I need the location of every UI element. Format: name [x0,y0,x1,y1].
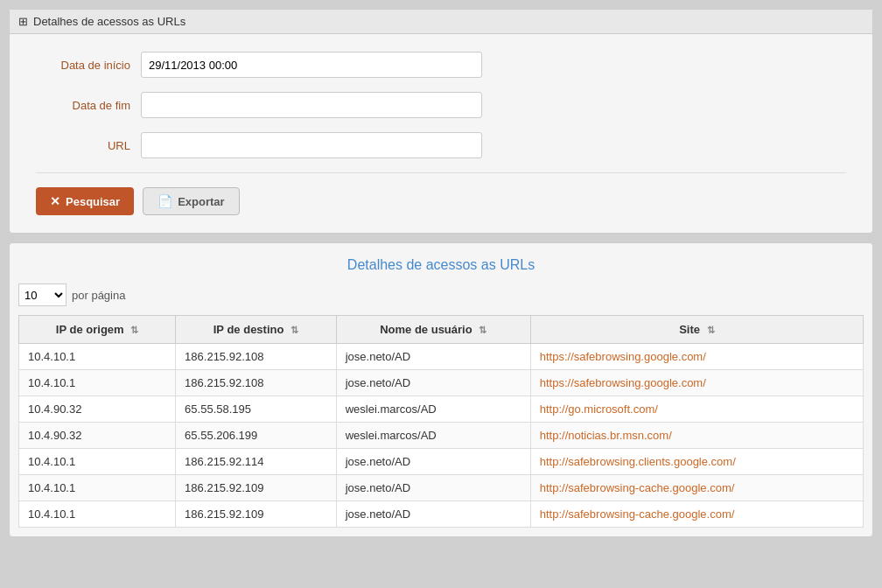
table-row: 10.4.10.1186.215.92.114jose.neto/ADhttp:… [19,449,864,475]
cell-site: http://go.microsoft.com/ [530,396,863,423]
cell-ip-origem: 10.4.10.1 [19,370,176,396]
results-panel: Detalhes de acessos as URLs 10 25 50 100… [9,242,873,537]
cell-site: https://safebrowsing.google.com/ [530,370,863,396]
url-label: URL [36,139,141,152]
cell-ip-destino: 186.215.92.114 [176,449,337,475]
url-input[interactable] [141,132,482,158]
cell-usuario: jose.neto/AD [336,370,530,396]
url-row: URL [36,132,846,158]
panel-body: Data de início Data de fim URL ✕ Pesquis… [10,34,872,233]
sort-icon-ip-origem: ⇅ [130,325,138,335]
search-button-label: Pesquisar [66,195,120,208]
col-ip-destino[interactable]: IP de destino ⇅ [176,316,337,344]
start-date-row: Data de início [36,52,846,78]
export-button-label: Exportar [178,195,224,208]
col-ip-origem[interactable]: IP de origem ⇅ [19,316,176,344]
cell-ip-destino: 186.215.92.108 [176,344,337,370]
table-row: 10.4.10.1186.215.92.108jose.neto/ADhttps… [19,344,864,370]
site-link[interactable]: http://noticias.br.msn.com/ [540,429,672,442]
table-row: 10.4.10.1186.215.92.108jose.neto/ADhttps… [19,370,864,396]
site-link[interactable]: http://go.microsoft.com/ [540,402,658,416]
cell-ip-destino: 186.215.92.109 [176,501,337,528]
grid-icon: ⊞ [18,15,28,28]
start-date-label: Data de início [36,59,141,72]
cell-ip-origem: 10.4.90.32 [19,396,176,423]
page-wrapper: ⊞ Detalhes de acessos as URLs Data de in… [0,0,882,546]
results-title: Detalhes de acessos as URLs [18,257,864,273]
table-row: 10.4.90.3265.55.58.195weslei.marcos/ADht… [19,396,864,423]
export-button[interactable]: 📄 Exportar [143,187,239,215]
start-date-input[interactable] [141,52,482,78]
sort-icon-site: ⇅ [707,325,715,335]
sort-icon-usuario: ⇅ [479,325,486,335]
form-panel: ⊞ Detalhes de acessos as URLs Data de in… [9,9,873,234]
cell-ip-destino: 65.55.58.195 [176,396,337,423]
cell-ip-origem: 10.4.10.1 [19,344,176,370]
sort-icon-ip-destino: ⇅ [290,325,298,335]
export-icon: 📄 [158,194,172,208]
site-link[interactable]: https://safebrowsing.google.com/ [540,350,706,363]
cell-usuario: weslei.marcos/AD [336,396,530,423]
cell-usuario: weslei.marcos/AD [336,423,530,449]
cell-usuario: jose.neto/AD [336,501,530,528]
cell-usuario: jose.neto/AD [336,344,530,370]
site-link[interactable]: https://safebrowsing.google.com/ [540,376,706,389]
per-page-select[interactable]: 10 25 50 100 [18,284,66,306]
table-row: 10.4.10.1186.215.92.109jose.neto/ADhttp:… [19,475,864,501]
per-page-row: 10 25 50 100 por página [18,284,864,306]
search-button[interactable]: ✕ Pesquisar [36,187,134,215]
cell-usuario: jose.neto/AD [336,475,530,501]
cell-ip-destino: 65.55.206.199 [176,423,337,449]
panel-header: ⊞ Detalhes de acessos as URLs [10,10,872,34]
site-link[interactable]: http://safebrowsing.clients.google.com/ [540,455,736,468]
cell-site: http://safebrowsing-cache.google.com/ [530,475,863,501]
end-date-row: Data de fim [36,92,846,118]
cell-site: http://safebrowsing.clients.google.com/ [530,449,863,475]
col-site[interactable]: Site ⇅ [530,316,863,344]
table-row: 10.4.10.1186.215.92.109jose.neto/ADhttp:… [19,501,864,528]
site-link[interactable]: http://safebrowsing-cache.google.com/ [540,508,735,521]
per-page-label: por página [72,289,125,302]
col-usuario[interactable]: Nome de usuário ⇅ [336,316,530,344]
cell-ip-origem: 10.4.90.32 [19,423,176,449]
cell-ip-origem: 10.4.10.1 [19,501,176,528]
results-table: IP de origem ⇅ IP de destino ⇅ Nome de u… [18,315,864,528]
cell-ip-destino: 186.215.92.108 [176,370,337,396]
table-row: 10.4.90.3265.55.206.199weslei.marcos/ADh… [19,423,864,449]
table-header-row: IP de origem ⇅ IP de destino ⇅ Nome de u… [19,316,864,344]
search-icon: ✕ [50,194,60,208]
cell-site: http://noticias.br.msn.com/ [530,423,863,449]
divider [36,172,846,173]
cell-site: http://safebrowsing-cache.google.com/ [530,501,863,528]
table-body: 10.4.10.1186.215.92.108jose.neto/ADhttps… [19,344,864,528]
button-row: ✕ Pesquisar 📄 Exportar [36,187,846,215]
end-date-label: Data de fim [36,99,141,112]
cell-usuario: jose.neto/AD [336,449,530,475]
panel-title: Detalhes de acessos as URLs [33,15,186,28]
end-date-input[interactable] [141,92,482,118]
cell-ip-origem: 10.4.10.1 [19,449,176,475]
cell-ip-origem: 10.4.10.1 [19,475,176,501]
site-link[interactable]: http://safebrowsing-cache.google.com/ [540,481,735,494]
cell-site: https://safebrowsing.google.com/ [530,344,863,370]
cell-ip-destino: 186.215.92.109 [176,475,337,501]
